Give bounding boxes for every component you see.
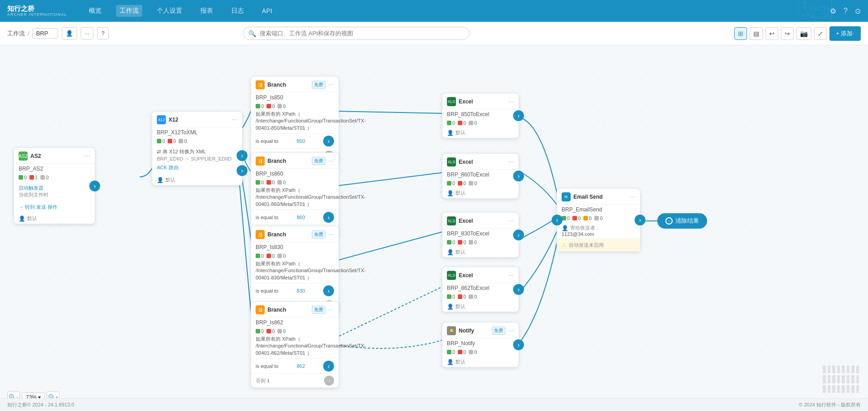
add-button[interactable]: + 添加· [829, 26, 861, 41]
view-table-button[interactable]: ▤ [750, 27, 763, 40]
email-connector-right[interactable]: › [635, 215, 645, 225]
x12-connector-right[interactable]: › [237, 150, 247, 161]
excel860-badges: 0 0 0 [442, 179, 519, 188]
as2-trigger-label[interactable]: 启动触发器 [19, 185, 90, 191]
branch830-header: ⇶ Branch 免费 ··· [251, 226, 339, 242]
help-icon[interactable]: ? [844, 7, 848, 15]
nav-item-overview[interactable]: 概览 [85, 5, 105, 17]
user-icon[interactable]: ⊙ [855, 7, 861, 15]
as2-trigger-sub: 当收到文件时 [19, 191, 90, 198]
canvas-background [0, 45, 868, 411]
x12-body: ⇄ 将 X12 转换为 XML BRP_EDIID → SUPPLIER_EDI… [152, 146, 242, 175]
branch830-rule-value: 830 [296, 288, 305, 294]
branch850-header: ⇶ Branch 免费 ··· [251, 77, 339, 93]
x12-person: 👤 默认 [152, 175, 242, 185]
person-icon: 👤 [19, 215, 25, 222]
branch862-condition: 如果所有的 XPath（ /Interchange/FunctionalGrou… [251, 336, 339, 358]
excel850-header: XLS Excel ··· [442, 93, 519, 109]
email-menu[interactable]: ··· [630, 193, 635, 201]
x12-convert-icon: ⇄ [157, 149, 161, 155]
excel860-icon: XLS [447, 157, 456, 166]
svg-line-4 [800, 7, 832, 11]
branch850-menu[interactable]: ··· [328, 81, 334, 89]
email-header: ✉ Email Send ··· [557, 189, 640, 205]
notify-badges: 0 0 0 [442, 347, 519, 357]
excel860-menu[interactable]: ··· [508, 158, 514, 166]
excel860-connector[interactable]: › [513, 171, 524, 181]
branch830-rule: is equal to 830 › [251, 283, 339, 298]
excel830-badges: 0 0 0 [442, 238, 519, 247]
undo-button[interactable]: ↩ [766, 27, 778, 40]
view-flow-button[interactable]: ⊞ [734, 27, 747, 40]
as2-menu-button[interactable]: ··· [84, 152, 90, 160]
branch830-menu[interactable]: ··· [328, 230, 334, 239]
excel860-person-icon: 👤 [447, 190, 454, 196]
expand-button[interactable]: ⤢ [814, 27, 827, 40]
excel860-node: XLS Excel ··· BRP_860ToExcel 0 0 0 👤 默认 … [442, 153, 519, 199]
branch850-name: BRP_Is850 [251, 93, 339, 102]
notify-connector[interactable]: › [513, 339, 524, 350]
excel830-person: 👤 默认 [442, 247, 519, 257]
branch850-rule-label: is equal to [256, 138, 278, 144]
excel830-menu[interactable]: ··· [508, 217, 514, 225]
branch862-header: ⇶ Branch 免费 ··· [251, 302, 339, 318]
excel862-connector[interactable]: › [513, 284, 524, 295]
nav-item-api[interactable]: API [258, 5, 276, 16]
excel850-connector[interactable]: › [513, 110, 524, 121]
breadcrumb-separator: / [28, 30, 29, 37]
nav-item-settings[interactable]: 个人设置 [153, 5, 186, 17]
workflow-canvas[interactable]: AS2 AS2 ··· BRP_AS2 0 1 0 启动触发器 当收到文件时 →… [0, 45, 868, 411]
as2-action[interactable]: → 转到 发送 操作 [14, 202, 95, 213]
excel862-name: BRP_862ToExcel [442, 283, 519, 292]
branch860-rule-value: 860 [296, 215, 305, 220]
search-input[interactable] [243, 27, 470, 40]
footer-left: 知行之桥© 2024 - 24.1.8913.0 [7, 401, 74, 408]
as2-connector-right[interactable]: › [89, 181, 100, 191]
excel862-title: Excel [459, 272, 505, 279]
notify-menu[interactable]: ··· [508, 327, 514, 335]
as2-node: AS2 AS2 ··· BRP_AS2 0 1 0 启动触发器 当收到文件时 →… [14, 147, 95, 224]
as2-badges: 0 1 0 [14, 173, 95, 182]
breadcrumb-root[interactable]: 工作流 [7, 29, 25, 38]
user-button[interactable]: 👤 [62, 27, 77, 39]
end-node[interactable]: ○ 清除结果 [657, 213, 707, 229]
redo-button[interactable]: ↪ [781, 27, 794, 40]
excel830-icon: XLS [447, 216, 456, 225]
excel850-title: Excel [459, 98, 505, 105]
nav-item-workflow[interactable]: 工作流 [116, 5, 142, 17]
end-label: 清除结果 [675, 217, 699, 225]
as2-title: AS2 [30, 153, 82, 159]
excel862-menu[interactable]: ··· [508, 271, 514, 279]
branch850-rule-value: 850 [296, 138, 305, 144]
branch860-menu[interactable]: ··· [328, 157, 334, 165]
x12-menu-button[interactable]: ··· [232, 116, 238, 124]
gear-icon[interactable]: ⚙ [830, 7, 836, 15]
branch830-rule-connector[interactable]: › [323, 285, 334, 296]
help-button[interactable]: ? [97, 27, 108, 39]
branch830-free-tag: 免费 [312, 230, 325, 239]
more-options-button[interactable]: ··· [81, 27, 94, 39]
top-navigation: 知行之桥 ARCHER INTERNATIONAL 概览 工作流 个人设置 报表… [0, 0, 868, 22]
camera-button[interactable]: 📷 [796, 27, 811, 40]
nav-item-reports[interactable]: 报表 [197, 5, 217, 17]
notify-person: 👤 默认 [442, 357, 519, 367]
email-connector-left[interactable]: ‹ [552, 215, 563, 225]
search-icon: 🔍 [248, 30, 256, 37]
branch850-rule-connector[interactable]: › [323, 136, 334, 147]
email-icon: ✉ [562, 192, 571, 201]
breadcrumb-workflow-select[interactable]: BRP [32, 28, 58, 39]
notify-title: Notify [459, 328, 488, 334]
branch862-rule-connector[interactable]: › [323, 361, 334, 372]
x12-connector-right2[interactable]: › [237, 165, 247, 176]
branch860-rule-connector[interactable]: › [323, 212, 334, 223]
excel862-header: XLS Excel ··· [442, 267, 519, 283]
branch860-header: ⇶ Branch 免费 ··· [251, 153, 339, 169]
x12-ack[interactable]: ACK 路由 [157, 164, 238, 171]
branch862-menu[interactable]: ··· [328, 306, 334, 314]
branch862-else-connector[interactable]: → [324, 376, 334, 386]
branch860-name: BRP_Is860 [251, 169, 339, 178]
excel830-connector[interactable]: › [513, 230, 524, 240]
excel850-menu[interactable]: ··· [508, 98, 514, 106]
notify-free-tag: 免费 [492, 327, 505, 335]
nav-item-logs[interactable]: 日志 [228, 5, 247, 17]
